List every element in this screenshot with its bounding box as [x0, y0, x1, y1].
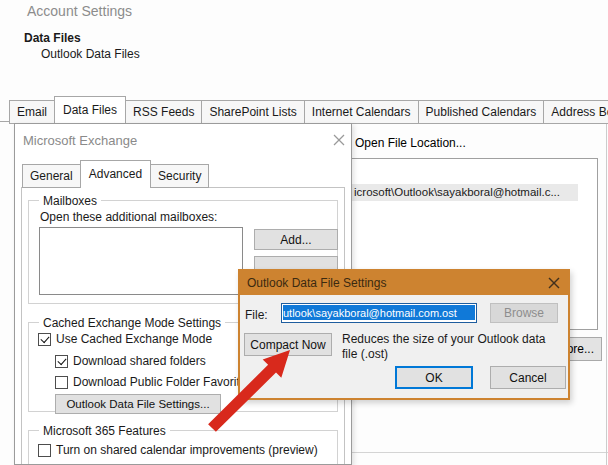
close-icon[interactable]	[547, 276, 561, 290]
compact-description-line2: file (.ost)	[342, 347, 574, 362]
open-file-location-button[interactable]: Open File Location...	[355, 136, 466, 150]
window-right-edge	[606, 122, 607, 465]
tab-rss-feeds[interactable]: RSS Feeds	[125, 100, 202, 124]
additional-mailboxes-listbox[interactable]	[39, 227, 243, 295]
account-settings-tabs: Email Data Files RSS Feeds SharePoint Li…	[9, 96, 608, 124]
tab-internet-calendars[interactable]: Internet Calendars	[304, 100, 419, 124]
mailboxes-group-label: Mailboxes	[39, 194, 101, 208]
tab-security[interactable]: Security	[150, 164, 209, 188]
compact-description-line1: Reduces the size of your Outlook data	[342, 332, 574, 347]
dialog-titlebar[interactable]: Outlook Data File Settings	[240, 271, 568, 295]
dialog-title: Outlook Data File Settings	[247, 276, 386, 290]
checkbox-checked-icon[interactable]	[55, 355, 68, 368]
download-public-folder-row: Download Public Folder Favorit	[55, 375, 240, 389]
page-subtitle: Outlook Data Files	[41, 47, 140, 61]
checkbox-label: Download Public Folder Favorit	[73, 375, 240, 389]
download-shared-folders-row: Download shared folders	[55, 354, 206, 368]
tab-email[interactable]: Email	[9, 100, 55, 124]
cached-exchange-mode-group-label: Cached Exchange Mode Settings	[39, 316, 225, 330]
browse-button: Browse	[490, 303, 558, 323]
dialog-body: File: utlook\sayakboral@hotmail.com.ost …	[240, 295, 568, 398]
page-title: Data Files	[24, 31, 81, 45]
microsoft-365-group-label: Microsoft 365 Features	[39, 424, 170, 438]
file-label: File:	[245, 308, 268, 322]
use-cached-exchange-mode-row: Use Cached Exchange Mode	[38, 332, 212, 346]
file-path-input[interactable]: utlook\sayakboral@hotmail.com.ost	[281, 303, 477, 323]
outlook-data-file-settings-button[interactable]: Outlook Data File Settings...	[55, 394, 221, 414]
cancel-button[interactable]: Cancel	[490, 366, 566, 389]
compact-description: Reduces the size of your Outlook data fi…	[342, 332, 574, 362]
compact-now-button[interactable]: Compact Now	[244, 333, 332, 356]
checkbox-unchecked-icon[interactable]	[38, 444, 51, 457]
checkbox-checked-icon[interactable]	[38, 333, 51, 346]
checkbox-label: Turn on shared calendar improvements (pr…	[56, 443, 318, 457]
account-settings-window: Account Settings Data Files Outlook Data…	[0, 0, 608, 465]
shared-calendar-improvements-row: Turn on shared calendar improvements (pr…	[38, 443, 318, 457]
tab-address-books[interactable]: Address Books	[543, 100, 608, 124]
exchange-dialog-tabs: General Advanced Security	[22, 160, 208, 188]
checkbox-unchecked-icon[interactable]	[55, 376, 68, 389]
add-mailbox-button[interactable]: Add...	[254, 229, 338, 250]
checkbox-label: Use Cached Exchange Mode	[56, 332, 212, 346]
checkbox-label: Download shared folders	[73, 354, 206, 368]
tab-general[interactable]: General	[22, 164, 81, 188]
tab-sharepoint-lists[interactable]: SharePoint Lists	[201, 100, 304, 124]
data-file-row-selected[interactable]: icrosoft\Outlook\sayakboral@hotmail.c...	[341, 184, 578, 201]
tab-published-calendars[interactable]: Published Calendars	[418, 100, 545, 124]
window-bottom-divider	[340, 452, 608, 453]
exchange-dialog-title: Microsoft Exchange	[23, 133, 137, 148]
ok-button[interactable]: OK	[395, 366, 473, 389]
tab-data-files[interactable]: Data Files	[54, 96, 126, 124]
additional-mailboxes-label: Open these additional mailboxes:	[40, 210, 217, 224]
tab-advanced[interactable]: Advanced	[80, 160, 151, 188]
selected-text: utlook\sayakboral@hotmail.com.ost	[283, 305, 475, 320]
outlook-data-file-settings-dialog: Outlook Data File Settings File: utlook\…	[238, 269, 570, 400]
close-icon[interactable]	[331, 132, 347, 148]
window-title: Account Settings	[27, 3, 132, 19]
